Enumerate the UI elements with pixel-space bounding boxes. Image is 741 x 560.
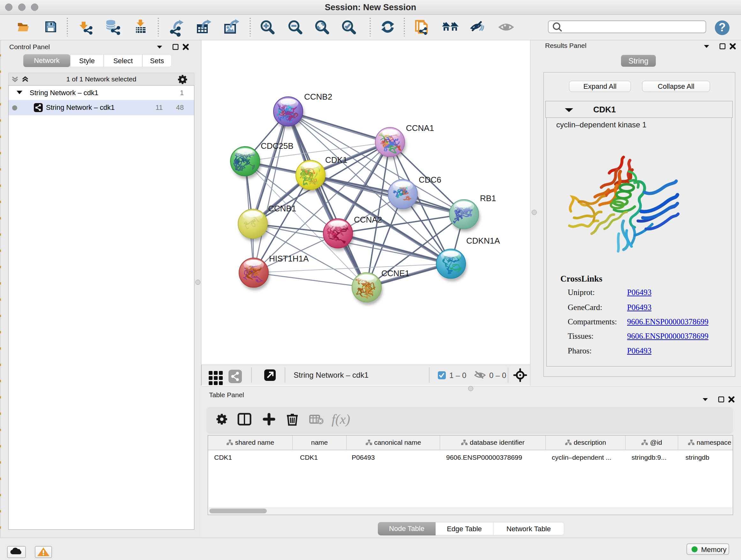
svg-text:?: ? [719,21,726,34]
svg-text:CCNB2: CCNB2 [304,92,332,102]
svg-text:String Network – cdk1: String Network – cdk1 [293,371,368,379]
svg-text:HIST1H1A: HIST1H1A [269,254,309,263]
svg-text:1 – 0: 1 – 0 [449,371,466,380]
svg-text:f(x): f(x) [332,412,350,427]
svg-text:CDC25B: CDC25B [261,141,293,151]
svg-text:CCNE1: CCNE1 [381,268,409,278]
svg-text:CCNA1: CCNA1 [406,123,434,133]
svg-text:RB1: RB1 [480,193,496,203]
svg-text:0 – 0: 0 – 0 [489,371,506,380]
svg-text:CCNB1: CCNB1 [268,204,296,213]
svg-text:CDK1: CDK1 [325,155,347,165]
svg-text:CDKN1A: CDKN1A [466,236,500,246]
svg-text:CCNA2: CCNA2 [354,215,382,225]
svg-text:CDC6: CDC6 [419,175,441,185]
